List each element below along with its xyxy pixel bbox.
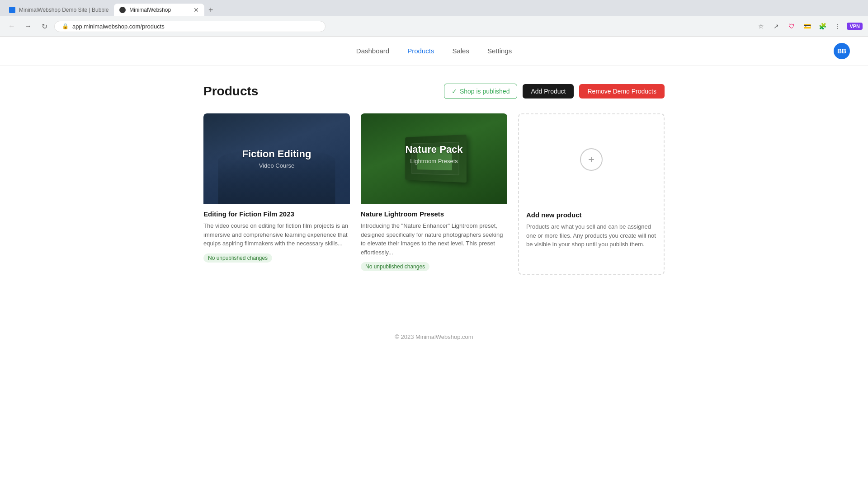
product-image-2: Nature Pack Lightroom Presets [361, 113, 507, 204]
product-name-1: Editing for Fiction Film 2023 [203, 210, 350, 218]
product-card-1[interactable]: Fiction Editing Video Course Editing for… [203, 113, 350, 275]
product-info-1: Editing for Fiction Film 2023 The video … [203, 204, 350, 266]
user-avatar[interactable]: BB [834, 43, 850, 59]
shop-published-button[interactable]: ✓ Shop is published [444, 84, 518, 99]
nav-link-products[interactable]: Products [407, 47, 434, 55]
add-product-label: Add Product [531, 88, 566, 95]
product-card-2[interactable]: Nature Pack Lightroom Presets Nature Lig… [361, 113, 507, 275]
products-grid: Fiction Editing Video Course Editing for… [203, 113, 665, 275]
add-product-button[interactable]: Add Product [523, 84, 574, 99]
page-header: Products ✓ Shop is published Add Product… [203, 84, 665, 99]
product-name-2: Nature Lightroom Presets [361, 210, 507, 218]
browser-tabs: MinimalWebshop Demo Site | Bubble Minima… [0, 0, 868, 16]
fiction-image-bg: Fiction Editing Video Course [203, 113, 350, 204]
status-badge-1: No unpublished changes [203, 253, 272, 263]
add-product-card[interactable]: + Add new product Products are what you … [518, 113, 665, 275]
product-image-1: Fiction Editing Video Course [203, 113, 350, 204]
share-button[interactable]: ↗ [770, 20, 783, 33]
address-bar[interactable]: 🔒 app.minimalwebshop.com/products [54, 21, 326, 32]
brave-shield-button[interactable]: 🛡 [785, 20, 798, 33]
tab-favicon-2 [119, 7, 126, 13]
new-tab-button[interactable]: + [204, 4, 217, 16]
back-button[interactable]: ← [5, 20, 18, 33]
reload-button[interactable]: ↻ [38, 20, 51, 33]
lock-icon: 🔒 [62, 23, 69, 29]
nature-image-subtitle: Lightroom Presets [410, 158, 458, 164]
toolbar-right: ☆ ↗ 🛡 💳 🧩 ⋮ VPN [755, 20, 863, 33]
footer-text: © 2023 MinimalWebshop.com [395, 333, 473, 340]
nav-link-settings[interactable]: Settings [487, 47, 512, 55]
address-text: app.minimalwebshop.com/products [72, 23, 165, 30]
nav-links: Dashboard Products Sales Settings [356, 47, 512, 55]
check-icon: ✓ [452, 88, 457, 95]
page-title: Products [203, 84, 258, 99]
browser-toolbar: ← → ↻ 🔒 app.minimalwebshop.com/products … [0, 16, 868, 36]
product-info-2: Nature Lightroom Presets Introducing the… [361, 204, 507, 275]
fiction-image-subtitle: Video Course [259, 162, 295, 169]
menu-button[interactable]: ⋮ [831, 20, 844, 33]
shop-published-label: Shop is published [460, 88, 510, 95]
vpn-badge[interactable]: VPN [847, 23, 863, 30]
footer: © 2023 MinimalWebshop.com [0, 320, 868, 354]
add-product-info: Add new product Products are what you se… [519, 205, 664, 256]
main-nav: Dashboard Products Sales Settings BB [0, 37, 868, 66]
fiction-overlay: Fiction Editing Video Course [203, 113, 350, 204]
add-circle-button[interactable]: + [580, 148, 603, 171]
browser-tab-1[interactable]: MinimalWebshop Demo Site | Bubble [4, 4, 114, 16]
nav-link-sales[interactable]: Sales [452, 47, 469, 55]
fiction-image-title: Fiction Editing [242, 148, 311, 160]
main-content: Products ✓ Shop is published Add Product… [185, 66, 683, 293]
nature-image-bg: Nature Pack Lightroom Presets [361, 113, 507, 204]
product-desc-2: Introducing the "Nature Enhancer" Lightr… [361, 221, 507, 257]
nav-link-dashboard[interactable]: Dashboard [356, 47, 389, 55]
add-product-title: Add new product [526, 211, 656, 219]
add-product-circle-area: + [519, 114, 664, 205]
tab-title-2: MinimalWebshop [129, 7, 171, 13]
tab-close-button[interactable]: ✕ [193, 6, 199, 14]
forward-button[interactable]: → [22, 20, 34, 33]
bookmark-button[interactable]: ☆ [755, 20, 767, 33]
remove-demo-label: Remove Demo Products [587, 88, 656, 95]
extensions-button[interactable]: 🧩 [816, 20, 829, 33]
wallet-button[interactable]: 💳 [801, 20, 813, 33]
add-product-desc: Products are what you sell and can be as… [526, 222, 656, 249]
status-badge-2: No unpublished changes [361, 262, 429, 271]
tab-title-1: MinimalWebshop Demo Site | Bubble [19, 7, 108, 13]
avatar-initials: BB [837, 47, 846, 55]
header-actions: ✓ Shop is published Add Product Remove D… [444, 84, 665, 99]
nature-image-title: Nature Pack [405, 144, 462, 155]
app: Dashboard Products Sales Settings BB Pro… [0, 37, 868, 488]
remove-demo-button[interactable]: Remove Demo Products [579, 84, 665, 99]
browser-chrome: MinimalWebshop Demo Site | Bubble Minima… [0, 0, 868, 37]
product-desc-1: The video course on editing for fiction … [203, 221, 350, 248]
browser-tab-2[interactable]: MinimalWebshop ✕ [114, 4, 204, 16]
tab-favicon-1 [9, 7, 15, 13]
